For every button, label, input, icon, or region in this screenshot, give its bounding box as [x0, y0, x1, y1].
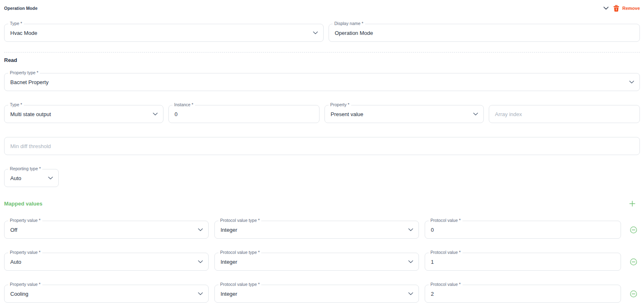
chevron-down-icon — [603, 7, 609, 10]
minus-circle-icon — [630, 226, 637, 233]
remove-mapped-value-button[interactable] — [630, 290, 637, 297]
protocol-value-type-select[interactable]: Protocol value type * Integer — [214, 221, 419, 239]
operation-mode-panel: Operation Mode — [0, 0, 644, 303]
remove-mapped-value-button[interactable] — [630, 226, 637, 233]
property-type-select[interactable]: Property type * Bacnet Property — [4, 73, 640, 91]
trash-icon — [613, 5, 619, 12]
property-value-value: Auto — [10, 259, 21, 265]
add-mapped-value-button[interactable] — [629, 201, 635, 207]
property-value-select[interactable]: Property value * Auto — [4, 253, 209, 271]
protocol-value-type-select[interactable]: Protocol value type * Integer — [214, 253, 419, 271]
mapped-value-row: Property value * Cooling Protocol value … — [4, 285, 640, 303]
min-diff-threshold-input-field[interactable] — [10, 143, 634, 149]
property-select[interactable]: Property * Present value — [324, 105, 484, 123]
mapped-values-header: Mapped values — [4, 201, 640, 207]
protocol-value-input[interactable]: Protocol value * — [425, 253, 621, 271]
remove-mapped-value-button[interactable] — [630, 258, 637, 265]
reporting-type-select[interactable]: Reporting type * Auto — [4, 169, 59, 187]
chevron-down-icon[interactable] — [153, 113, 158, 116]
mapped-values-heading: Mapped values — [4, 201, 42, 207]
min-diff-row — [4, 137, 640, 155]
property-value-select[interactable]: Property value * Off — [4, 221, 209, 239]
type-select-label: Type * — [8, 21, 24, 26]
reporting-row: Reporting type * Auto — [4, 169, 640, 187]
remove-button[interactable]: Remove — [613, 5, 640, 12]
array-index-input-field[interactable] — [495, 111, 634, 117]
remove-button-label: Remove — [622, 6, 640, 11]
chevron-down-icon[interactable] — [408, 228, 413, 231]
mapped-value-row: Property value * Auto Protocol value typ… — [4, 253, 640, 271]
protocol-value-label: Protocol value * — [429, 218, 462, 223]
property-type-row: Property type * Bacnet Property — [4, 73, 640, 91]
property-value-value: Off — [10, 227, 17, 233]
reporting-type-label: Reporting type * — [8, 166, 42, 171]
mapped-value-row: Property value * Off Protocol value type… — [4, 221, 640, 239]
property-value: Present value — [331, 111, 363, 117]
general-row: Type * Hvac Mode Display name * — [4, 24, 640, 42]
property-type-value: Bacnet Property — [10, 79, 48, 85]
protocol-value-type-value: Integer — [221, 227, 237, 233]
chevron-down-icon[interactable] — [313, 32, 318, 34]
property-value-label: Property value * — [8, 282, 42, 287]
property-value-label: Property value * — [8, 218, 42, 223]
protocol-value-input[interactable]: Protocol value * — [425, 285, 621, 303]
bacnet-row: Type * Multi state output Instance * Pro… — [4, 105, 640, 123]
min-diff-threshold-input[interactable] — [4, 137, 640, 155]
protocol-value-input-field[interactable] — [431, 291, 615, 297]
chevron-down-icon[interactable] — [473, 113, 478, 116]
minus-circle-icon — [630, 258, 637, 265]
read-section-heading: Read — [4, 57, 640, 63]
property-label: Property * — [329, 102, 351, 107]
type-select-value: Hvac Mode — [10, 30, 37, 36]
array-index-input[interactable] — [489, 105, 640, 123]
display-name-input[interactable]: Display name * — [329, 24, 640, 42]
bacnet-type-label: Type * — [8, 102, 24, 107]
chevron-down-icon[interactable] — [629, 81, 634, 84]
property-value-label: Property value * — [8, 250, 42, 255]
instance-label: Instance * — [172, 102, 195, 107]
protocol-value-input-field[interactable] — [431, 259, 615, 265]
protocol-value-type-select[interactable]: Protocol value type * Integer — [214, 285, 419, 303]
chevron-down-icon[interactable] — [198, 228, 203, 231]
reporting-type-value: Auto — [10, 175, 21, 181]
accordion-controls: Remove — [603, 5, 640, 12]
bacnet-type-value: Multi state output — [10, 111, 51, 117]
instance-input[interactable]: Instance * — [168, 105, 320, 123]
type-select[interactable]: Type * Hvac Mode — [4, 24, 324, 42]
chevron-down-icon[interactable] — [48, 177, 53, 180]
protocol-value-label: Protocol value * — [429, 282, 462, 287]
chevron-down-icon[interactable] — [408, 260, 413, 263]
property-value-select[interactable]: Property value * Cooling — [4, 285, 209, 303]
bacnet-type-select[interactable]: Type * Multi state output — [4, 105, 163, 123]
minus-circle-icon — [630, 290, 637, 297]
property-type-label: Property type * — [8, 70, 40, 75]
section-divider — [4, 52, 640, 53]
protocol-value-input[interactable]: Protocol value * — [425, 221, 621, 239]
collapse-button[interactable] — [603, 7, 609, 10]
property-value-value: Cooling — [10, 291, 28, 297]
plus-icon — [629, 201, 635, 207]
accordion-title: Operation Mode — [4, 6, 37, 11]
accordion-header: Operation Mode — [4, 5, 640, 11]
protocol-value-type-label: Protocol value type * — [218, 218, 261, 223]
display-name-label: Display name * — [333, 21, 365, 26]
display-name-input-field[interactable] — [335, 30, 634, 36]
protocol-value-type-value: Integer — [221, 291, 237, 297]
chevron-down-icon[interactable] — [408, 292, 413, 295]
chevron-down-icon[interactable] — [198, 292, 203, 295]
protocol-value-type-value: Integer — [221, 259, 237, 265]
instance-input-field[interactable] — [175, 111, 313, 117]
protocol-value-type-label: Protocol value type * — [218, 250, 261, 255]
protocol-value-label: Protocol value * — [429, 250, 462, 255]
chevron-down-icon[interactable] — [198, 260, 203, 263]
protocol-value-input-field[interactable] — [431, 227, 615, 233]
protocol-value-type-label: Protocol value type * — [218, 282, 261, 287]
